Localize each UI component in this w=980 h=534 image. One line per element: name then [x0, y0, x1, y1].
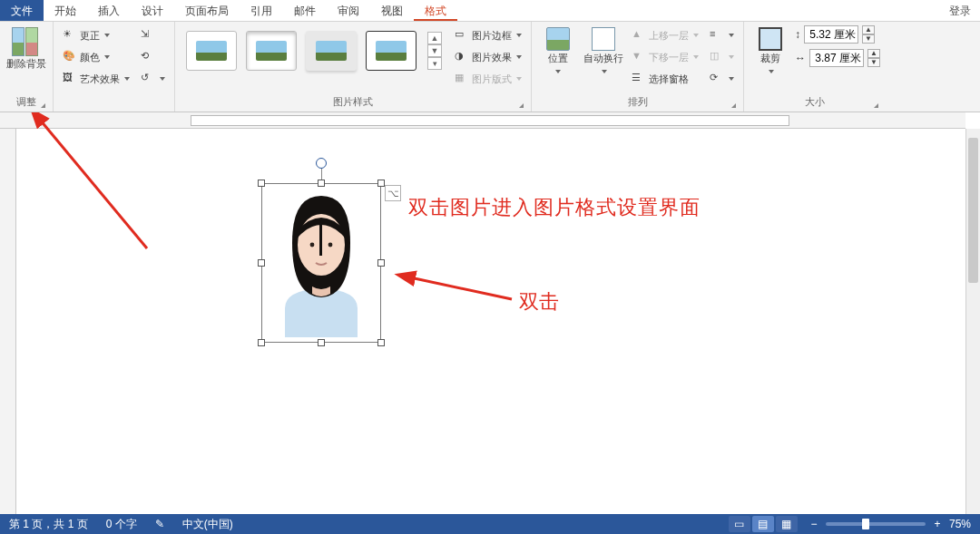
status-proof-icon[interactable]: ✎	[146, 518, 173, 530]
reset-picture-button[interactable]: ↺	[137, 69, 169, 89]
tab-design[interactable]: 设计	[131, 0, 174, 21]
tab-home[interactable]: 开始	[44, 0, 87, 21]
resize-handle[interactable]	[377, 339, 385, 346]
annotation-text-1: 双击图片进入图片格式设置界面	[408, 194, 701, 221]
wrap-text-button[interactable]: 自动换行	[583, 25, 624, 76]
ribbon: 删除背景 调整 ☀更正 🎨颜色 🖼艺术效果 ⇲ ⟲ ↺ .	[0, 22, 980, 112]
selection-pane-button[interactable]: ☰选择窗格	[628, 69, 702, 89]
border-icon: ▭	[455, 28, 469, 43]
layout-options-icon[interactable]: ⌥	[385, 185, 401, 201]
height-input[interactable]	[804, 25, 858, 44]
align-icon: ≡	[710, 28, 724, 43]
tab-insert[interactable]: 插入	[87, 0, 131, 21]
status-page[interactable]: 第 1 页，共 1 页	[0, 517, 97, 532]
tab-view[interactable]: 视图	[370, 0, 414, 21]
group-label-adjust: 调整	[5, 94, 47, 110]
tab-format[interactable]: 格式	[414, 0, 457, 21]
align-button[interactable]: ≡	[706, 25, 738, 45]
selected-image[interactable]: ⌥	[261, 183, 381, 343]
height-spinner[interactable]: ▲▼	[862, 25, 875, 44]
width-icon: ↔	[795, 52, 806, 64]
group-icon: ◫	[710, 50, 724, 64]
reset-icon: ↺	[141, 72, 155, 86]
height-icon: ↕	[795, 28, 800, 41]
vertical-scrollbar[interactable]	[965, 129, 980, 514]
zoom-in-button[interactable]: +	[931, 518, 944, 530]
artistic-effects-button[interactable]: 🖼艺术效果	[59, 69, 133, 89]
brightness-icon: ☀	[63, 28, 77, 43]
zoom-value[interactable]: 75%	[949, 518, 971, 530]
page: ⌥ 双击图片进入图片格式设置界面 双击	[172, 129, 789, 514]
resize-handle[interactable]	[318, 339, 325, 346]
resize-handle[interactable]	[318, 180, 325, 187]
view-web-layout[interactable]: ▦	[776, 516, 798, 532]
tab-references[interactable]: 引用	[240, 0, 283, 21]
backward-icon: ▼	[632, 50, 646, 64]
position-icon	[546, 27, 570, 51]
rotate-icon: ⟳	[710, 72, 724, 86]
svg-line-0	[40, 120, 147, 248]
picture-effects-button[interactable]: ◑图片效果	[451, 47, 525, 67]
compress-button[interactable]: ⇲	[137, 25, 169, 45]
view-read-mode[interactable]: ▭	[729, 516, 750, 532]
picture-layout-button: ▦图片版式	[451, 69, 525, 89]
annotation-arrow-1	[11, 112, 174, 269]
group-label-size: 大小	[750, 94, 880, 110]
status-language[interactable]: 中文(中国)	[173, 517, 242, 532]
svg-point-5	[328, 243, 333, 248]
ribbon-tabs: 文件 开始 插入 设计 页面布局 引用 邮件 审阅 视图 格式 登录	[0, 0, 980, 22]
tab-review[interactable]: 审阅	[327, 0, 370, 21]
status-bar: 第 1 页，共 1 页 0 个字 ✎ 中文(中国) ▭ ▤ ▦ − + 75%	[0, 514, 980, 534]
tab-layout[interactable]: 页面布局	[174, 0, 240, 21]
effects-icon: ◑	[455, 50, 469, 64]
login-link[interactable]: 登录	[940, 0, 980, 21]
zoom-out-button[interactable]: −	[808, 518, 820, 530]
width-spinner[interactable]: ▲▼	[867, 49, 880, 67]
group-label-styles: 图片样式	[181, 94, 525, 110]
width-input[interactable]	[809, 49, 864, 67]
remove-background-button[interactable]: 删除背景	[5, 25, 47, 70]
gallery-scroll[interactable]: ▲▼▾	[427, 32, 442, 70]
portrait-photo	[267, 189, 376, 337]
vertical-ruler	[0, 129, 16, 514]
change-picture-icon: ⟲	[141, 50, 155, 64]
resize-handle[interactable]	[258, 259, 265, 267]
horizontal-ruler	[0, 112, 965, 129]
tab-mail[interactable]: 邮件	[283, 0, 327, 21]
rotate-handle[interactable]	[316, 158, 327, 169]
picture-styles-gallery[interactable]: ▲▼▾	[181, 25, 447, 76]
status-words[interactable]: 0 个字	[97, 517, 146, 532]
layout-icon: ▦	[455, 72, 469, 86]
picture-border-button[interactable]: ▭图片边框	[451, 25, 525, 45]
corrections-button[interactable]: ☀更正	[59, 25, 133, 45]
tab-file[interactable]: 文件	[0, 0, 44, 21]
position-button[interactable]: 位置	[537, 25, 579, 76]
zoom-slider[interactable]	[826, 522, 926, 526]
view-print-layout[interactable]: ▤	[752, 516, 774, 532]
group-button: ◫	[706, 47, 738, 67]
change-picture-button[interactable]: ⟲	[137, 47, 169, 67]
svg-point-4	[310, 243, 315, 248]
svg-line-6	[410, 277, 512, 299]
document-area[interactable]: ⌥ 双击图片进入图片格式设置界面 双击	[0, 112, 980, 514]
annotation-arrow-2	[405, 272, 523, 311]
forward-icon: ▲	[632, 28, 646, 43]
resize-handle[interactable]	[377, 180, 385, 187]
resize-handle[interactable]	[258, 180, 265, 187]
svg-rect-3	[319, 219, 322, 256]
artistic-icon: 🖼	[63, 72, 77, 86]
group-label-arrange: 排列	[537, 94, 738, 110]
selection-pane-icon: ☰	[632, 72, 646, 86]
send-backward-button: ▼下移一层	[628, 47, 702, 67]
compress-icon: ⇲	[141, 28, 155, 43]
resize-handle[interactable]	[377, 259, 385, 267]
resize-handle[interactable]	[258, 339, 265, 346]
remove-background-icon	[12, 27, 41, 56]
crop-icon	[759, 27, 782, 51]
bring-forward-button: ▲上移一层	[628, 25, 702, 45]
crop-button[interactable]: 裁剪	[750, 25, 791, 76]
color-button[interactable]: 🎨颜色	[59, 47, 133, 67]
color-icon: 🎨	[63, 50, 77, 64]
annotation-text-2: 双击	[519, 288, 559, 316]
rotate-button[interactable]: ⟳	[706, 69, 738, 89]
